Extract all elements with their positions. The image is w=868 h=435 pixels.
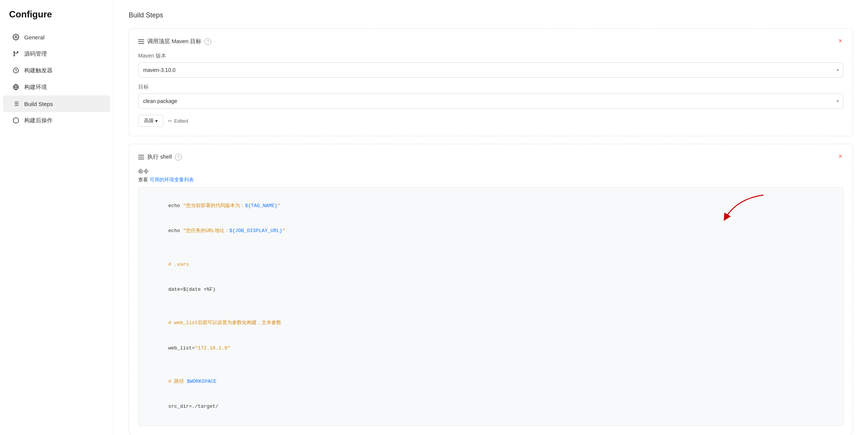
sidebar-item-triggers-label: 构建触发器: [24, 67, 53, 74]
code-line-4: # .vars: [145, 252, 837, 277]
advanced-label: 高级: [144, 117, 154, 124]
maven-close-button[interactable]: ×: [836, 36, 845, 45]
cube-icon: [12, 117, 20, 124]
shell-help-icon[interactable]: ?: [175, 154, 182, 161]
goal-expand-icon[interactable]: ▾: [837, 98, 839, 104]
goal-input-wrapper: ▾: [138, 94, 843, 109]
shell-close-button[interactable]: ×: [836, 152, 845, 161]
code-line-10: # 路径 $WORKSPACE: [145, 369, 837, 394]
sidebar-item-source-label: 源码管理: [24, 50, 47, 58]
edit-pencil-icon: ✏: [168, 118, 172, 124]
shell-card: 执行 shell ? × 命令 查看 可用的环境变量列表: [129, 144, 853, 435]
env-link-row: 查看 可用的环境变量列表: [138, 176, 843, 183]
code-line-1: echo "您当前部署的代码版本为：${TAG_NAME}": [145, 193, 837, 218]
maven-version-wrapper: maven-3.10.0 maven-3.8.0 maven-3.6.0 ▾: [138, 62, 843, 78]
maven-version-label: Maven 版本: [138, 53, 843, 59]
branch-icon: [12, 50, 20, 58]
code-line-6: [145, 302, 837, 310]
sidebar-item-source[interactable]: 源码管理: [3, 45, 110, 62]
sidebar-item-environment[interactable]: 构建环境: [3, 79, 110, 95]
code-line-7: # web_list后面可以设置为参数化构建，文本参数: [145, 310, 837, 335]
cmd-label: 命令: [138, 168, 843, 175]
edited-label: Edited: [174, 118, 188, 124]
edited-badge: ✏ Edited: [168, 118, 188, 124]
sidebar: Configure General 源码管理: [0, 0, 114, 435]
clock-icon: [12, 67, 20, 74]
maven-version-select[interactable]: maven-3.10.0 maven-3.8.0 maven-3.6.0: [138, 62, 843, 78]
maven-card-title: 调用顶层 Maven 目标: [147, 38, 201, 45]
advanced-button[interactable]: 高级 ▾: [138, 115, 164, 127]
sidebar-item-build-steps-label: Build Steps: [24, 101, 53, 107]
maven-card-header: 调用顶层 Maven 目标 ?: [138, 38, 843, 45]
svg-point-0: [15, 36, 17, 38]
maven-help-icon[interactable]: ?: [204, 38, 211, 45]
sidebar-item-triggers[interactable]: 构建触发器: [3, 62, 110, 79]
sidebar-title: Configure: [0, 9, 113, 29]
code-editor[interactable]: echo "您当前部署的代码版本为：${TAG_NAME}" echo "您任务…: [138, 187, 843, 426]
gear-icon: [12, 33, 20, 41]
drag-handle-icon[interactable]: [138, 39, 144, 44]
svg-point-2: [14, 55, 15, 56]
env-link-anchor[interactable]: 可用的环境变量列表: [150, 177, 194, 182]
sidebar-item-general-label: General: [24, 34, 44, 41]
shell-card-title: 执行 shell: [147, 153, 172, 161]
globe-icon: [12, 83, 20, 91]
svg-point-1: [14, 51, 15, 53]
goal-input[interactable]: [138, 94, 843, 109]
sidebar-item-post-build[interactable]: 构建后操作: [3, 112, 110, 129]
code-line-3: [145, 244, 837, 252]
page-title: Build Steps: [129, 11, 853, 19]
code-line-9: [145, 361, 837, 369]
sidebar-item-environment-label: 构建环境: [24, 84, 47, 91]
shell-drag-handle-icon[interactable]: [138, 155, 144, 159]
code-line-11: src_dir=./target/: [145, 394, 837, 419]
sidebar-item-general[interactable]: General: [3, 29, 110, 45]
env-link-prefix: 查看: [138, 177, 148, 182]
maven-card-footer: 高级 ▾ ✏ Edited: [138, 115, 843, 127]
list-icon: [12, 100, 20, 108]
sidebar-item-post-build-label: 构建后操作: [24, 117, 53, 124]
advanced-chevron-icon: ▾: [155, 118, 158, 124]
goal-label: 目标: [138, 84, 843, 90]
code-line-2: echo "您任务的URL地址：${JOB_DISPLAY_URL}": [145, 218, 837, 243]
sidebar-item-build-steps[interactable]: Build Steps: [3, 95, 110, 112]
code-line-8: web_list="172.16.1.9": [145, 336, 837, 361]
maven-card: 调用顶层 Maven 目标 ? × Maven 版本 maven-3.10.0 …: [129, 28, 853, 136]
main-content: Build Steps 调用顶层 Maven 目标 ? × Maven 版本 m…: [114, 0, 868, 435]
shell-card-header: 执行 shell ?: [138, 153, 843, 161]
code-line-5: date=$(date +%F): [145, 277, 837, 302]
